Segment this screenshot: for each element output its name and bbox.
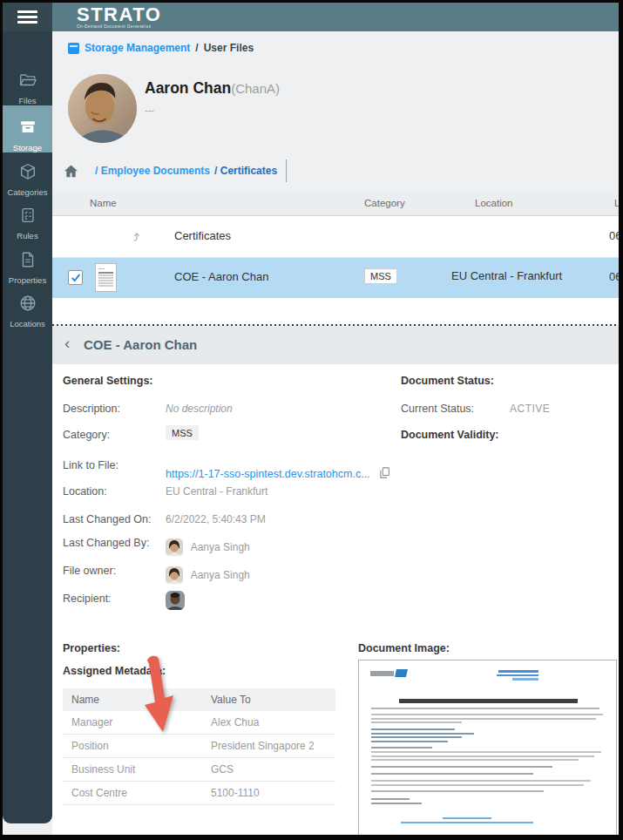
category-badge: MSS [364, 268, 397, 284]
table-row-certificates-folder[interactable]: Certificates 06 [52, 216, 619, 258]
row-last-changed: 06 [609, 270, 621, 283]
file-path-breadcrumb: / Employee Documents / Certificates [63, 159, 287, 182]
field-category: Category: MSS [63, 429, 110, 448]
field-current-status: Current Status: ACTIVE [401, 403, 474, 422]
profile-meta: --- [145, 105, 280, 115]
folder-up-icon [129, 229, 145, 247]
archive-box-icon [18, 118, 37, 137]
sidebar-item-label: Storage [3, 143, 52, 152]
metadata-row: Position President Singapore 2 [63, 735, 335, 758]
category-badge: MSS [166, 425, 199, 440]
sidebar-item-storage[interactable]: Storage [3, 105, 52, 152]
avatar-aanya-singh [166, 566, 183, 584]
row-name: COE - Aaron Chan [174, 270, 268, 283]
metadata-row: Manager Alex Chua [63, 711, 335, 735]
column-last-changed[interactable]: L [614, 198, 620, 208]
profile-username: (ChanA) [231, 81, 280, 96]
field-label: Description: [63, 403, 120, 415]
sidebar-item-label: Files [3, 96, 52, 105]
doc-footer-links [359, 816, 616, 828]
app-window: STRATO On-Demand Document Generation Fil… [0, 0, 623, 840]
document-image-heading: Document Image: [358, 642, 450, 654]
row-checkbox-checked[interactable] [68, 270, 83, 285]
properties-heading: Properties: [63, 642, 120, 654]
avatar-aanya-singh [166, 539, 183, 556]
field-recipient: Recipient: [63, 593, 112, 612]
general-settings-heading: General Settings: [63, 375, 153, 387]
path-employee-documents[interactable]: / Employee Documents [95, 165, 210, 177]
globe-icon [18, 294, 37, 313]
metadata-row: Business Unit GCS [63, 758, 335, 782]
sidebar-item-categories[interactable]: Categories [3, 162, 52, 197]
file-link[interactable]: https://1-17-sso-spintest.dev.stratohcm.… [166, 468, 370, 480]
brand-logo: STRATO On-Demand Document Generation [77, 5, 161, 30]
detail-panel-header: ‹ COE - Aaron Chan [52, 326, 619, 364]
metadata-table-header: Name Value To [63, 688, 335, 711]
field-label: Last Changed On: [63, 513, 151, 525]
field-file-owner: File owner: Aanya Singh [63, 565, 116, 584]
file-table: Name Category Location L Certificates 06 [52, 190, 619, 324]
profile-header: Aaron Chan(ChanA) --- [145, 79, 280, 115]
field-value: Aanya Singh [191, 569, 250, 581]
document-thumbnail [95, 263, 117, 292]
storage-module-icon [68, 43, 79, 54]
back-chevron-icon[interactable]: ‹ [64, 335, 70, 351]
sidebar-item-label: Locations [3, 319, 52, 329]
status-value: ACTIVE [510, 403, 550, 415]
document-validity-heading: Document Validity: [401, 429, 499, 441]
column-name[interactable]: Name [90, 198, 117, 208]
sidebar-item-files[interactable]: Files [3, 71, 52, 105]
field-label: Link to File: [63, 459, 119, 471]
column-location[interactable]: Location [475, 198, 512, 208]
metadata-table: Name Value To Manager Alex Chua Position… [63, 688, 335, 805]
field-label: Last Changed By: [63, 537, 149, 549]
sidebar-item-label: Properties [3, 275, 52, 285]
column-category[interactable]: Category [364, 198, 405, 208]
field-description: Description: No description [63, 403, 120, 422]
row-location: EU Central - Frankfurt [451, 269, 562, 282]
metadata-column-value-to: Value To [211, 694, 251, 706]
hamburger-icon [17, 10, 37, 13]
sidebar-item-rules[interactable]: Rules [3, 206, 52, 240]
avatar-recipient [166, 591, 185, 610]
breadcrumb: Storage Management / User Files [68, 42, 254, 54]
path-divider [286, 159, 287, 182]
table-filler [52, 298, 619, 324]
field-last-changed-by: Last Changed By: Aanya Singh [63, 537, 149, 556]
sidebar-item-label: Rules [3, 231, 52, 240]
detail-panel-body: General Settings: Description: No descri… [52, 364, 619, 835]
top-bar: STRATO On-Demand Document Generation [3, 3, 619, 31]
brand-name: STRATO [77, 5, 161, 24]
file-table-header: Name Category Location L [52, 190, 619, 216]
home-icon[interactable] [63, 163, 79, 180]
sidebar-item-locations[interactable]: Locations [3, 294, 52, 329]
field-value: Aanya Singh [191, 541, 250, 553]
metadata-row: Cost Centre 5100-1110 [63, 782, 335, 805]
breadcrumb-user-files: User Files [204, 42, 254, 54]
hamburger-menu-button[interactable] [3, 3, 52, 31]
checklist-icon [18, 206, 37, 225]
document-icon [18, 250, 37, 269]
field-label: Location: [63, 485, 107, 498]
profile-name: Aaron Chan [145, 79, 231, 97]
field-location: Location: EU Central - Frankfurt [63, 485, 107, 505]
field-label: Category: [63, 429, 110, 441]
breadcrumb-storage-management[interactable]: Storage Management [85, 42, 190, 54]
document-status-heading: Document Status: [401, 375, 494, 387]
cube-icon [18, 162, 37, 181]
field-label: Recipient: [63, 593, 112, 605]
sidebar-item-properties[interactable]: Properties [3, 250, 52, 285]
main-content: Storage Management / User Files Aaron Ch… [52, 31, 619, 835]
field-link-to-file: Link to File: https://1-17-sso-spintest.… [63, 459, 119, 478]
document-preview[interactable] [358, 660, 617, 837]
folder-open-icon [18, 71, 37, 90]
field-last-changed-on: Last Changed On: 6/2/2022, 5:40:43 PM [63, 513, 151, 532]
detail-title: COE - Aaron Chan [84, 337, 197, 352]
field-label: File owner: [63, 565, 116, 577]
table-row-coe-aaron-chan[interactable]: COE - Aaron Chan MSS EU Central - Frankf… [52, 258, 619, 298]
sidebar: Files Storage Categories Rules Propertie… [3, 31, 52, 823]
sidebar-item-label: Categories [3, 187, 52, 197]
copy-icon[interactable] [378, 470, 391, 482]
row-name: Certificates [174, 229, 231, 242]
path-certificates[interactable]: / Certificates [214, 165, 277, 177]
